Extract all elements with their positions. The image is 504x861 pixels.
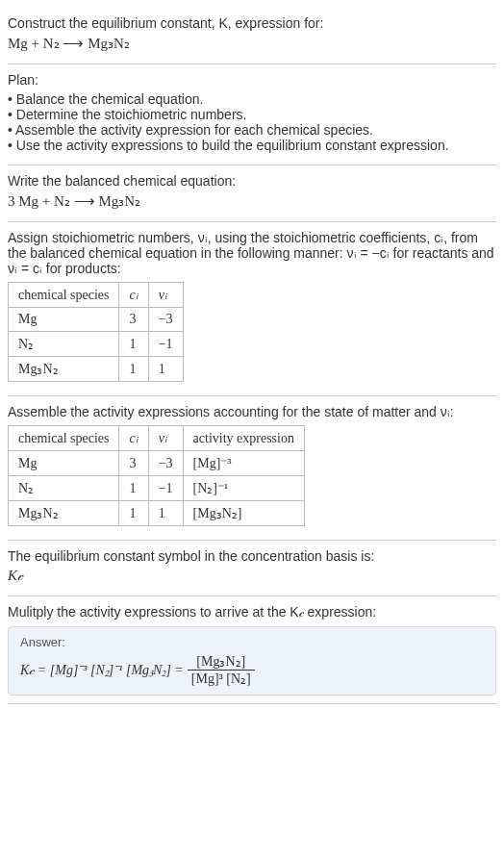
table-row: Mg 3 −3 — [9, 308, 184, 332]
cell-ci: 1 — [119, 332, 148, 357]
cell-sp: Mg — [9, 308, 119, 332]
cell-ci: 1 — [119, 357, 148, 382]
stoich-table: chemical species cᵢ νᵢ Mg 3 −3 N₂ 1 −1 M… — [8, 282, 184, 382]
kc-expression: K𝒸 = [Mg]⁻³ [N₂]⁻¹ [Mg₃N₂] = [Mg₃N₂] [Mg… — [20, 653, 484, 687]
table-row: N₂ 1 −1 — [9, 332, 184, 357]
activity-text: Assemble the activity expressions accoun… — [8, 404, 496, 419]
multiply-line: Mulitply the activity expressions to arr… — [8, 604, 496, 620]
col-ci: cᵢ — [119, 426, 148, 451]
assign-text: Assign stoichiometric numbers, νᵢ, using… — [8, 230, 496, 276]
col-vi: νᵢ — [148, 426, 183, 451]
answer-box: Answer: K𝒸 = [Mg]⁻³ [N₂]⁻¹ [Mg₃N₂] = [Mg… — [8, 626, 496, 696]
kc-lhs: K𝒸 = [Mg]⁻³ [N₂]⁻¹ [Mg₃N₂] = — [20, 663, 184, 678]
table-header-row: chemical species cᵢ νᵢ activity expressi… — [9, 426, 305, 451]
col-vi: νᵢ — [148, 283, 183, 308]
cell-sp: Mg₃N₂ — [9, 357, 119, 382]
plan-item: Assemble the activity expression for eac… — [8, 122, 496, 138]
prompt-line: Construct the equilibrium constant, K, e… — [8, 15, 496, 31]
cell-vi: −1 — [148, 476, 183, 501]
cell-vi: 1 — [148, 501, 183, 526]
cell-vi: 1 — [148, 357, 183, 382]
activity-section: Assemble the activity expressions accoun… — [8, 396, 496, 541]
multiply-section: Mulitply the activity expressions to arr… — [8, 596, 496, 704]
cell-sp: N₂ — [9, 476, 119, 501]
plan-item: Use the activity expressions to build th… — [8, 138, 496, 153]
assign-section: Assign stoichiometric numbers, νᵢ, using… — [8, 222, 496, 396]
cell-ci: 3 — [119, 308, 148, 332]
answer-label: Answer: — [20, 635, 484, 649]
symbol-value: K𝒸 — [8, 568, 496, 584]
table-header-row: chemical species cᵢ νᵢ — [9, 283, 184, 308]
symbol-section: The equilibrium constant symbol in the c… — [8, 541, 496, 596]
table-row: Mg₃N₂ 1 1 — [9, 357, 184, 382]
kc-numerator: [Mg₃N₂] — [188, 653, 255, 671]
cell-ae: [Mg]⁻³ — [183, 451, 304, 476]
col-ci: cᵢ — [119, 283, 148, 308]
prompt-text: Construct the equilibrium constant, K, e… — [8, 15, 323, 31]
cell-sp: Mg — [9, 451, 119, 476]
cell-ae: [Mg₃N₂] — [183, 501, 304, 526]
cell-ci: 1 — [119, 476, 148, 501]
col-species: chemical species — [9, 426, 119, 451]
cell-vi: −1 — [148, 332, 183, 357]
balanced-section: Write the balanced chemical equation: 3 … — [8, 165, 496, 222]
unbalanced-equation: Mg + N₂ ⟶ Mg₃N₂ — [8, 35, 496, 52]
symbol-line: The equilibrium constant symbol in the c… — [8, 548, 496, 564]
cell-vi: −3 — [148, 308, 183, 332]
activity-table: chemical species cᵢ νᵢ activity expressi… — [8, 425, 305, 526]
table-row: Mg 3 −3 [Mg]⁻³ — [9, 451, 305, 476]
kc-denominator: [Mg]³ [N₂] — [188, 671, 255, 687]
plan-item: Determine the stoichiometric numbers. — [8, 107, 496, 122]
balanced-equation: 3 Mg + N₂ ⟶ Mg₃N₂ — [8, 192, 496, 210]
kc-fraction: [Mg₃N₂] [Mg]³ [N₂] — [188, 653, 255, 687]
plan-section: Plan: Balance the chemical equation. Det… — [8, 64, 496, 165]
cell-sp: N₂ — [9, 332, 119, 357]
plan-item: Balance the chemical equation. — [8, 91, 496, 107]
cell-vi: −3 — [148, 451, 183, 476]
plan-heading: Plan: — [8, 72, 496, 88]
table-row: N₂ 1 −1 [N₂]⁻¹ — [9, 476, 305, 501]
balanced-heading: Write the balanced chemical equation: — [8, 173, 496, 189]
prompt-section: Construct the equilibrium constant, K, e… — [8, 8, 496, 64]
table-row: Mg₃N₂ 1 1 [Mg₃N₂] — [9, 501, 305, 526]
plan-list: Balance the chemical equation. Determine… — [8, 91, 496, 153]
cell-ci: 1 — [119, 501, 148, 526]
col-species: chemical species — [9, 283, 119, 308]
cell-ci: 3 — [119, 451, 148, 476]
cell-sp: Mg₃N₂ — [9, 501, 119, 526]
cell-ae: [N₂]⁻¹ — [183, 476, 304, 501]
col-activity: activity expression — [183, 426, 304, 451]
